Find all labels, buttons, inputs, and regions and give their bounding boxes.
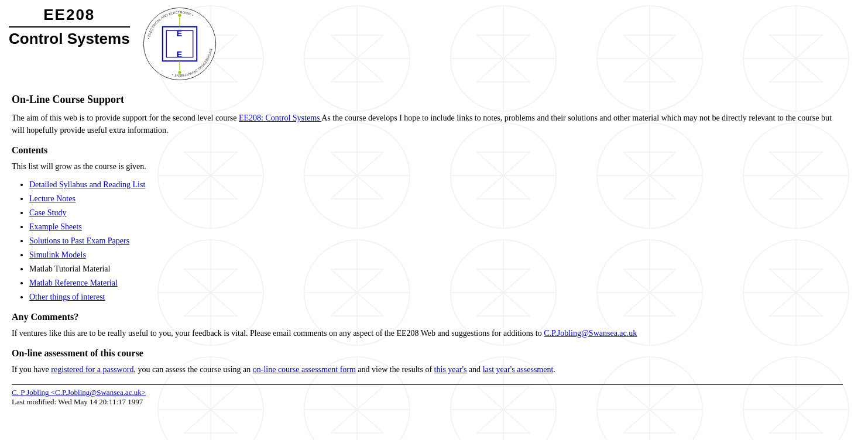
simulink-link[interactable]: Simulink Models <box>29 250 86 259</box>
list-item: Lecture Notes <box>29 192 843 205</box>
contents-heading: Contents <box>12 145 843 156</box>
list-item: Matlab Tutorial Material <box>29 263 843 275</box>
comments-text-before: If ventures like this are to be really u… <box>12 329 544 338</box>
assessment-heading: On-line assessment of this course <box>12 348 843 359</box>
assessment-form-link[interactable]: on-line course assessment form <box>253 365 356 374</box>
footer-modified: Last modified: Wed May 14 20:11:17 1997 <box>12 397 843 407</box>
lecture-notes-link[interactable]: Lecture Notes <box>29 194 76 203</box>
email-link[interactable]: C.P.Jobling@Swansea.ac.uk <box>544 329 637 338</box>
list-item: Solutions to Past Exam Papers <box>29 235 843 247</box>
matlab-reference-link[interactable]: Matlab Reference Material <box>29 279 118 287</box>
svg-point-15 <box>178 71 181 74</box>
assessment-and: and <box>466 365 482 374</box>
list-item: Detailed Syllabus and Reading List <box>29 178 843 191</box>
last-year-link[interactable]: last year's assessment <box>483 365 554 374</box>
assessment-end: . <box>553 365 555 374</box>
department-logo: E E • ELECTRICAL AND ELECTRONIC • ENGINE… <box>142 6 218 82</box>
other-things-link[interactable]: Other things of interest <box>29 293 105 301</box>
footer-divider <box>12 384 843 385</box>
matlab-tutorial-text: Matlab Tutorial Material <box>29 264 110 273</box>
syllabus-link[interactable]: Detailed Syllabus and Reading List <box>29 180 145 189</box>
svg-point-14 <box>178 14 181 17</box>
example-sheets-link[interactable]: Example Sheets <box>29 222 82 231</box>
list-item: Matlab Reference Material <box>29 277 843 289</box>
assessment-text2: , you can assess the course using an <box>133 365 252 374</box>
ee208-link[interactable]: EE208: Control Systems <box>239 114 321 122</box>
solutions-link[interactable]: Solutions to Past Exam Papers <box>29 236 129 245</box>
page-header: EE208 Control Systems E E • ELECTRICAL A… <box>9 6 846 82</box>
header-text-block: EE208 Control Systems <box>9 6 130 48</box>
list-item: Other things of interest <box>29 291 843 303</box>
main-content: On-Line Course Support The aim of this w… <box>9 94 846 407</box>
comments-paragraph: If ventures like this are to be really u… <box>12 327 843 339</box>
intro-text-before: The aim of this web is to provide suppor… <box>12 114 239 122</box>
footer-author-link[interactable]: C. P Jobling <C.P.Jobling@Swansea.ac.uk> <box>12 388 146 397</box>
assessment-paragraph: If you have registered for a password, y… <box>12 363 843 376</box>
list-item: Example Sheets <box>29 221 843 233</box>
online-support-heading: On-Line Course Support <box>12 94 843 106</box>
register-link[interactable]: registered for a password <box>51 365 133 374</box>
course-code: EE208 <box>9 6 130 24</box>
intro-paragraph: The aim of this web is to provide suppor… <box>12 112 843 136</box>
svg-text:E: E <box>176 50 182 59</box>
contents-subtext: This list will grow as the course is giv… <box>12 160 843 173</box>
footer: C. P Jobling <C.P.Jobling@Swansea.ac.uk>… <box>12 388 843 407</box>
contents-list: Detailed Syllabus and Reading List Lectu… <box>29 178 843 303</box>
this-year-link[interactable]: this year's <box>434 365 467 374</box>
list-item: Case Study <box>29 207 843 219</box>
assessment-text3: and view the results of <box>356 365 434 374</box>
list-item: Simulink Models <box>29 249 843 261</box>
course-name: Control Systems <box>9 30 130 48</box>
svg-text:E: E <box>176 29 182 38</box>
assessment-text1: If you have <box>12 365 51 374</box>
case-study-link[interactable]: Case Study <box>29 208 66 217</box>
comments-heading: Any Comments? <box>12 312 843 322</box>
